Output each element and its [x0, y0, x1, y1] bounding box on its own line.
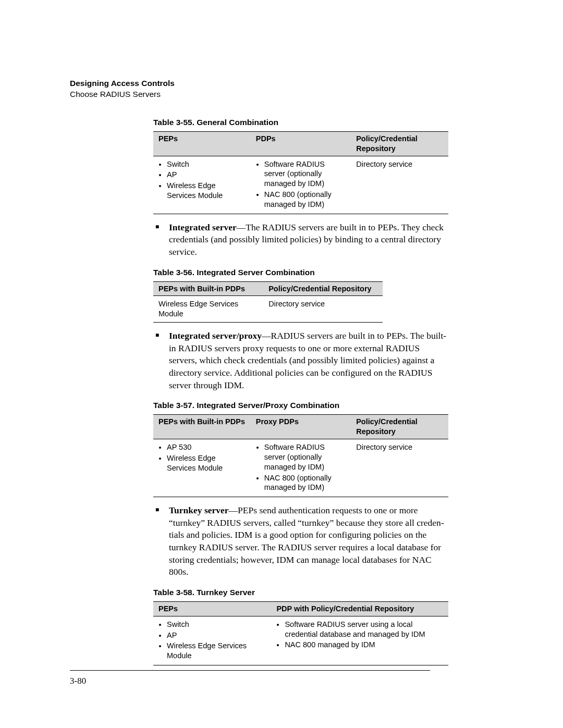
- cell-peps: Wireless Edge Services Module: [153, 296, 263, 323]
- running-header: Designing Access Controls Choose RADIUS …: [70, 78, 493, 100]
- table-3-57: PEPs with Built-in PDPs Proxy PDPs Polic…: [153, 414, 448, 497]
- th-peps-pdps: PEPs with Built-in PDPs: [153, 415, 251, 439]
- cell-repo: Directory service: [351, 439, 448, 497]
- th-repo: Policy/Credential Repository: [351, 415, 448, 439]
- lead: Turnkey server: [169, 505, 229, 515]
- list-item: AP: [167, 631, 267, 640]
- cell-peps: Switch AP Wireless Edge Services Module: [153, 616, 271, 665]
- list-item: Software RADIUS server using a local cre…: [285, 620, 444, 639]
- list-item: AP: [167, 170, 247, 180]
- list-item: NAC 800 managed by IDM: [285, 640, 444, 650]
- th-peps-pdps: PEPs with Built-in PDPs: [153, 281, 263, 296]
- th-repo: Policy/Credential Repository: [263, 281, 383, 296]
- table-header-row: PEPs with Built-in PDPs Policy/Credentia…: [153, 281, 383, 296]
- dash: —: [262, 330, 271, 341]
- th-peps: PEPs: [153, 601, 271, 616]
- th-repo: Policy/Credential Repository: [351, 131, 448, 156]
- list-item: Wireless Edge Services Module: [167, 641, 267, 661]
- table-row: Wireless Edge Services Module Directory …: [153, 296, 383, 323]
- header-subtitle: Choose RADIUS Servers: [70, 89, 493, 100]
- table-row: Switch AP Wireless Edge Services Module …: [153, 616, 448, 665]
- cell-peps: AP 530 Wireless Edge Services Module: [153, 439, 251, 497]
- table-row: Switch AP Wireless Edge Services Module …: [153, 156, 448, 214]
- list-item: Software RADIUS server (optionally manag…: [264, 159, 347, 189]
- table-3-58: PEPs PDP with Policy/Credential Reposito…: [153, 601, 448, 665]
- table-3-55: PEPs PDPs Policy/Credential Repository S…: [153, 131, 448, 214]
- footer-rule: [70, 670, 430, 671]
- cell-repo: Directory service: [263, 296, 383, 323]
- page: Designing Access Controls Choose RADIUS …: [0, 0, 563, 665]
- th-pdps: PDPs: [251, 131, 351, 156]
- list-item: Wireless Edge Services Module: [167, 453, 247, 473]
- list-item: NAC 800 (optionally managed by IDM): [264, 473, 347, 493]
- text: PEPs send authentication requests to one…: [169, 505, 444, 577]
- header-title: Designing Access Controls: [70, 78, 493, 89]
- th-proxy-pdps: Proxy PDPs: [251, 415, 351, 439]
- body-bullet-3: Turnkey server—PEPs send authentication …: [153, 504, 448, 578]
- lead: Integrated server/proxy: [169, 330, 262, 341]
- body-bullet-1: Integrated server—The RADIUS servers are…: [153, 221, 448, 258]
- list-item: Switch: [167, 159, 247, 169]
- cell-repo: Directory service: [351, 156, 448, 214]
- list-item: NAC 800 (optionally managed by IDM): [264, 190, 347, 209]
- th-pdp-repo: PDP with Policy/Credential Repository: [271, 601, 448, 616]
- table-3-57-caption: Table 3-57. Integrated Server/Proxy Comb…: [153, 401, 493, 410]
- cell-pdp: Software RADIUS server using a local cre…: [271, 616, 448, 665]
- table-3-55-caption: Table 3-55. General Combination: [153, 118, 493, 127]
- table-3-56: PEPs with Built-in PDPs Policy/Credentia…: [153, 281, 383, 323]
- th-peps: PEPs: [153, 131, 251, 156]
- list-item: Wireless Edge Services Module: [167, 181, 247, 201]
- list-item: AP 530: [167, 442, 247, 452]
- dash: —: [229, 505, 238, 515]
- cell-pdps: Software RADIUS server (optionally manag…: [251, 156, 351, 214]
- page-number: 3-80: [70, 676, 86, 686]
- cell-proxy: Software RADIUS server (optionally manag…: [251, 439, 351, 497]
- dash: —: [237, 222, 246, 232]
- integrated-server-proxy-para: Integrated server/proxy—RADIUS servers a…: [153, 330, 448, 391]
- table-header-row: PEPs PDPs Policy/Credential Repository: [153, 131, 448, 156]
- table-header-row: PEPs PDP with Policy/Credential Reposito…: [153, 601, 448, 616]
- table-row: AP 530 Wireless Edge Services Module Sof…: [153, 439, 448, 497]
- body-bullet-2: Integrated server/proxy—RADIUS servers a…: [153, 330, 448, 391]
- cell-peps: Switch AP Wireless Edge Services Module: [153, 156, 251, 214]
- list-item: Software RADIUS server (optionally manag…: [264, 442, 347, 472]
- lead: Integrated server: [169, 222, 237, 232]
- table-3-56-caption: Table 3-56. Integrated Server Combinatio…: [153, 268, 493, 277]
- list-item: Switch: [167, 620, 267, 630]
- table-3-58-caption: Table 3-58. Turnkey Server: [153, 588, 493, 597]
- turnkey-server-para: Turnkey server—PEPs send authentication …: [153, 504, 448, 578]
- integrated-server-para: Integrated server—The RADIUS servers are…: [153, 221, 448, 258]
- table-header-row: PEPs with Built-in PDPs Proxy PDPs Polic…: [153, 415, 448, 439]
